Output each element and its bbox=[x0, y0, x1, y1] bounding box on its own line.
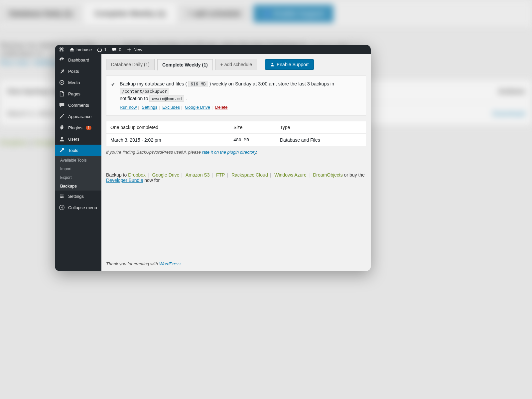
schedule-day: Sunday bbox=[235, 81, 251, 86]
gdrive-link[interactable]: Google Drive bbox=[185, 105, 210, 110]
rate-prompt: If you're finding BackUpWordPress useful… bbox=[101, 146, 371, 158]
cell-size: 480 MB bbox=[233, 137, 280, 143]
schedule-actions: Run now| Settings| Excludes| Google Driv… bbox=[120, 104, 360, 111]
dest-dropbox[interactable]: Dropbox bbox=[128, 172, 146, 178]
table-row: March 3, 2015 - 2:02 pm 480 MB Database … bbox=[106, 134, 366, 146]
comment-icon bbox=[112, 47, 117, 52]
run-now-link[interactable]: Run now bbox=[120, 105, 137, 110]
svg-point-4 bbox=[62, 196, 63, 197]
footer-text: Thank you for creating with bbox=[106, 261, 159, 266]
sidebar-sub-import[interactable]: Import bbox=[55, 165, 101, 173]
sidebar-label: Settings bbox=[68, 194, 84, 199]
sidebar-item-media[interactable]: Media bbox=[55, 77, 101, 88]
media-icon bbox=[59, 79, 65, 85]
backups-table: One backup completed Size Type March 3, … bbox=[106, 121, 366, 146]
wp-footer: Thank you for creating with WordPress. bbox=[101, 257, 371, 271]
sidebar-item-posts[interactable]: Posts bbox=[55, 66, 101, 77]
dest-azure[interactable]: Windows Azure bbox=[274, 172, 306, 178]
sidebar-collapse[interactable]: Collapse menu bbox=[55, 202, 101, 213]
sidebar-label: Plugins bbox=[68, 125, 82, 130]
appearance-icon bbox=[59, 113, 65, 119]
th-completed: One backup completed bbox=[106, 121, 229, 133]
sidebar-item-comments[interactable]: Comments bbox=[55, 99, 101, 111]
new-content[interactable]: New bbox=[127, 47, 142, 52]
enable-support-button[interactable]: Enable Support bbox=[265, 59, 314, 70]
th-type: Type bbox=[276, 121, 366, 133]
th-size: Size bbox=[229, 121, 276, 133]
sidebar-item-pages[interactable]: Pages bbox=[55, 88, 101, 99]
pin-icon bbox=[59, 68, 65, 74]
excludes-link[interactable]: Excludes bbox=[162, 105, 180, 110]
bg-tab: + add schedule bbox=[178, 5, 250, 23]
check-icon: ✔ bbox=[111, 81, 115, 88]
sidebar-item-appearance[interactable]: Appearance bbox=[55, 111, 101, 122]
sidebar-label: Media bbox=[68, 80, 80, 85]
sidebar-submenu-tools: Available Tools Import Export Backups bbox=[55, 156, 101, 191]
content-area: Database Daily (1) Complete Weekly (1) +… bbox=[101, 54, 371, 271]
wp-logo[interactable]: W bbox=[59, 47, 64, 52]
svg-point-5 bbox=[61, 197, 62, 198]
dest-dreamobjects[interactable]: DreamObjects bbox=[313, 172, 342, 178]
updates-count: 1 bbox=[104, 47, 106, 52]
comments-count: 0 bbox=[119, 47, 121, 52]
home-icon bbox=[69, 47, 74, 52]
cell-date: March 3, 2015 - 2:02 pm bbox=[110, 137, 233, 143]
admin-bar: W hmbase 1 0 New bbox=[55, 45, 371, 54]
schedule-text: . bbox=[186, 96, 187, 101]
svg-point-3 bbox=[61, 195, 62, 196]
bg-tab: Database Daily (1) bbox=[0, 5, 82, 23]
site-name[interactable]: hmbase bbox=[69, 47, 92, 52]
plugins-badge: 1 bbox=[86, 126, 92, 130]
sidebar-sub-available[interactable]: Available Tools bbox=[55, 156, 101, 165]
destinations-row: Backup to Dropbox| Google Drive| Amazon … bbox=[101, 172, 371, 183]
sidebar-item-tools[interactable]: Tools bbox=[55, 145, 101, 156]
sidebar-label: Users bbox=[68, 137, 79, 142]
tools-icon bbox=[59, 147, 65, 153]
dashboard-icon bbox=[59, 57, 65, 63]
delete-link[interactable]: Delete bbox=[215, 105, 228, 110]
sidebar-sub-export[interactable]: Export bbox=[55, 173, 101, 182]
svg-point-1 bbox=[61, 82, 63, 83]
dest-rackspace[interactable]: Rackspace Cloud bbox=[231, 172, 268, 178]
dest-gdrive[interactable]: Google Drive bbox=[152, 172, 180, 178]
bg-tab: Complete Weekly (1) bbox=[85, 5, 175, 23]
tab-add-schedule[interactable]: + add schedule bbox=[215, 59, 257, 70]
schedule-text: Backup my database and files ( bbox=[120, 81, 187, 86]
schedule-tabs: Database Daily (1) Complete Weekly (1) +… bbox=[101, 54, 371, 70]
new-label: New bbox=[134, 47, 142, 52]
button-label: Enable Support bbox=[277, 62, 309, 67]
comment-icon bbox=[59, 102, 65, 108]
settings-icon bbox=[59, 193, 65, 199]
sidebar-item-settings[interactable]: Settings bbox=[55, 191, 101, 202]
settings-link[interactable]: Settings bbox=[142, 105, 157, 110]
sidebar-item-plugins[interactable]: Plugins1 bbox=[55, 122, 101, 133]
sidebar-item-dashboard[interactable]: Dashboard bbox=[55, 54, 101, 66]
rate-text: . bbox=[256, 150, 258, 155]
plugin-icon bbox=[59, 125, 65, 131]
dest-text: or buy the bbox=[344, 172, 365, 178]
sidebar-label: Tools bbox=[68, 148, 78, 153]
sidebar-item-users[interactable]: Users bbox=[55, 133, 101, 145]
dest-s3[interactable]: Amazon S3 bbox=[186, 172, 209, 178]
rate-link[interactable]: rate it on the plugin directory bbox=[202, 150, 256, 155]
comments[interactable]: 0 bbox=[112, 47, 121, 52]
wordpress-link[interactable]: WordPress bbox=[159, 261, 181, 266]
page-icon bbox=[59, 91, 65, 97]
wp-admin-window: W hmbase 1 0 New Dashboard Posts Media P… bbox=[55, 45, 371, 271]
updates[interactable]: 1 bbox=[97, 47, 106, 52]
cell-type: Database and Files bbox=[280, 137, 362, 143]
user-icon bbox=[59, 136, 65, 142]
developer-bundle-link[interactable]: Developer Bundle bbox=[106, 178, 143, 183]
dest-ftp[interactable]: FTP bbox=[216, 172, 225, 178]
tab-complete-weekly[interactable]: Complete Weekly (1) bbox=[157, 59, 213, 70]
plus-icon bbox=[127, 47, 132, 52]
tab-database-daily[interactable]: Database Daily (1) bbox=[106, 59, 155, 70]
svg-point-7 bbox=[272, 63, 273, 65]
wordpress-icon: W bbox=[59, 47, 64, 52]
rate-text: If you're finding BackUpWordPress useful… bbox=[106, 150, 202, 155]
sidebar-sub-backups[interactable]: Backups bbox=[55, 182, 101, 191]
schedule-text: at 3:00 am, store the last 3 backups in bbox=[251, 81, 334, 86]
dest-text: now for bbox=[144, 178, 160, 183]
sidebar-label: Dashboard bbox=[68, 58, 89, 63]
schedule-text: notification to bbox=[120, 96, 149, 101]
